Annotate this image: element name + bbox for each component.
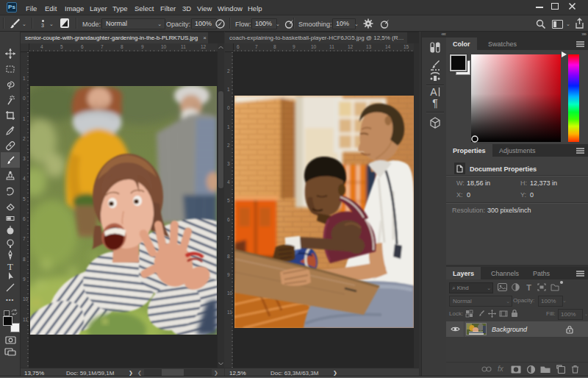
svg-text:A: A <box>430 86 437 98</box>
svg-text:¶: ¶ <box>432 97 438 109</box>
svg-text:T: T <box>7 261 13 271</box>
svg-text:T: T <box>526 283 531 291</box>
